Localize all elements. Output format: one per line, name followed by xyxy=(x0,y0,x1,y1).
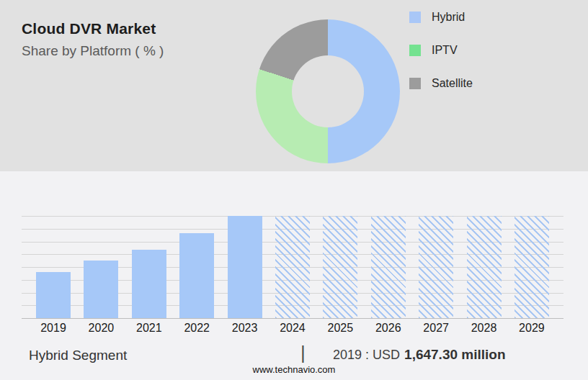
legend-item-hybrid: Hybrid xyxy=(409,12,473,23)
value-prefix: 2019 : USD xyxy=(333,348,400,362)
bar-slot-2020: 2020 xyxy=(84,216,118,338)
legend-item-satellite: Satellite xyxy=(409,78,473,89)
bar-slot-2021: 2021 xyxy=(132,216,166,338)
donut-legend: Hybrid IPTV Satellite xyxy=(409,12,473,89)
bar-2019 xyxy=(36,272,71,318)
legend-swatch xyxy=(409,45,421,56)
forecast-bar-2029 xyxy=(514,216,549,318)
page-subtitle: Share by Platform ( % ) xyxy=(22,43,164,59)
legend-label: Satellite xyxy=(432,77,473,90)
bar-2022 xyxy=(179,233,214,318)
bar-label-2028: 2028 xyxy=(471,318,497,338)
legend-item-iptv: IPTV xyxy=(409,45,473,56)
bar-slot-2028: 2028 xyxy=(467,216,502,338)
bar-label-2026: 2026 xyxy=(375,318,401,338)
forecast-section: 2019202020212022202320242025202620272028… xyxy=(0,171,588,380)
bar-2021 xyxy=(132,250,166,318)
bars-row: 2019202020212022202320242025202620272028… xyxy=(22,216,564,338)
bar-label-2027: 2027 xyxy=(423,318,449,338)
forecast-bar-2027 xyxy=(419,216,453,318)
donut-chart xyxy=(256,19,400,163)
bar-slot-2022: 2022 xyxy=(179,216,214,338)
bar-slot-2026: 2026 xyxy=(371,216,406,338)
donut-hole xyxy=(292,55,364,127)
bar-slot-2029: 2029 xyxy=(514,216,549,338)
bar-label-2023: 2023 xyxy=(232,318,258,338)
bar-label-2019: 2019 xyxy=(40,318,66,338)
bar-slot-2027: 2027 xyxy=(419,216,453,338)
forecast-bar-2025 xyxy=(323,216,357,318)
bar-slot-2023: 2023 xyxy=(228,216,262,338)
legend-swatch xyxy=(409,78,421,89)
legend-label: Hybrid xyxy=(432,11,465,24)
bar-label-2022: 2022 xyxy=(184,318,210,338)
bar-label-2029: 2029 xyxy=(519,318,545,338)
legend-label: IPTV xyxy=(432,44,458,57)
bar-label-2021: 2021 xyxy=(136,318,162,338)
bar-label-2024: 2024 xyxy=(280,318,306,338)
footer-url: www.technavio.com xyxy=(0,364,588,375)
value-annotation: 2019 : USD1,647.30 million xyxy=(333,347,506,363)
bar-2020 xyxy=(84,261,118,318)
forecast-bar-2026 xyxy=(371,216,406,318)
bar-2023 xyxy=(228,216,262,318)
forecast-bar-2024 xyxy=(275,216,310,318)
bar-label-2020: 2020 xyxy=(89,318,115,338)
bar-label-2025: 2025 xyxy=(328,318,354,338)
bar-slot-2024: 2024 xyxy=(275,216,310,338)
bar-slot-2019: 2019 xyxy=(36,216,71,338)
separator-bar: | xyxy=(300,342,306,364)
value-bold: 1,647.30 million xyxy=(404,347,505,362)
bar-slot-2025: 2025 xyxy=(323,216,357,338)
forecast-bar-2028 xyxy=(467,216,502,318)
legend-swatch xyxy=(409,12,421,23)
header-section: Cloud DVR Market Share by Platform ( % )… xyxy=(0,0,588,171)
segment-label: Hybrid Segment xyxy=(29,348,127,363)
bar-chart: 2019202020212022202320242025202620272028… xyxy=(22,216,564,338)
page-title: Cloud DVR Market xyxy=(22,20,156,37)
